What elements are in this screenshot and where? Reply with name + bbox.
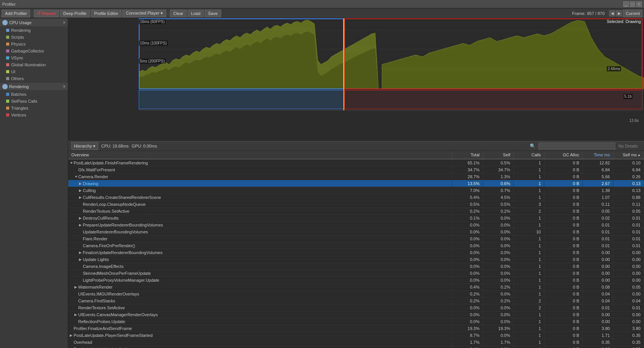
current-btn[interactable]: Current — [623, 10, 642, 17]
hierarchy-dropdown[interactable]: Hierarchy ▾ — [71, 142, 98, 150]
sidebar-item-gc[interactable]: GarbageCollector — [0, 48, 68, 54]
table-row[interactable]: Gfx.WaitForPresent 34.7% 34.7% 1 0 B 6.8… — [68, 166, 644, 173]
table-row[interactable]: SkinnedMeshOncePerFrameUpdate 0.0% 0.0% … — [68, 270, 644, 277]
cell-self: 0.0% — [483, 222, 514, 228]
table-row[interactable]: ▶ PrepareUpdateRendererBoundingVolumes 0… — [68, 222, 644, 228]
others-color — [6, 77, 9, 80]
sidebar-item-vertices[interactable]: Vertices — [0, 112, 68, 118]
add-profiler-btn[interactable]: Add Profiler — [2, 10, 30, 17]
col-gcalloc[interactable]: GC Alloc — [544, 151, 583, 159]
table-row[interactable]: Camera.FireOnPreRender() 0.0% 0.0% 1 0 B… — [68, 242, 644, 249]
sidebar-item-triangles[interactable]: Triangles — [0, 105, 68, 112]
cell-name: Gfx.WaitForPresent — [68, 166, 452, 173]
expand-arrow[interactable]: ▶ — [74, 285, 78, 289]
rendering-close-btn[interactable]: × — [63, 84, 66, 89]
cell-self: 1.3% — [483, 173, 514, 180]
chart-container[interactable]: Selected: Drawing 16ms (60FPS) 10ms (100… — [68, 18, 644, 141]
sidebar-item-scripts[interactable]: Scripts — [0, 34, 68, 41]
cell-timems: 0.02 — [583, 215, 613, 221]
table-row[interactable]: ▶ PostLateUpdate.PlayerSendFrameStarted … — [68, 332, 644, 339]
row-label: UpdateRendererBoundingVolumes — [83, 230, 148, 234]
expand-arrow[interactable]: ▼ — [70, 161, 74, 165]
table-row[interactable]: ReflectionProbes.Update 0.0% 0.0% 1 0 B … — [68, 318, 644, 325]
row-label: Camera.FireOnPreRender() — [83, 243, 135, 248]
table-row[interactable]: UpdateRendererBoundingVolumes 0.0% 0.0% … — [68, 228, 644, 235]
sidebar-item-setpass[interactable]: SetPass Calls — [0, 98, 68, 105]
table-row[interactable]: Camera.FindStacks 0.2% 0.2% 2 0 B 0.04 0… — [68, 297, 644, 304]
sidebar-item-rendering[interactable]: Rendering — [0, 27, 68, 34]
table-row[interactable]: ▶ FinalizeUpdateRendererBoundingVolumes … — [68, 249, 644, 256]
table-row[interactable]: ▶ WatermarkRender 0.4% 0.2% 1 0 B 0.08 0… — [68, 284, 644, 291]
table-row[interactable]: ▶ UIEvents.CanvasManagerRenderOverlays 0… — [68, 311, 644, 318]
expand-arrow[interactable]: ▶ — [79, 251, 83, 254]
rendering-section-header[interactable]: Rendering × — [0, 82, 68, 91]
close-btn[interactable]: × — [636, 2, 642, 7]
sidebar-item-batches[interactable]: Batches — [0, 91, 68, 98]
expand-arrow[interactable]: ▶ — [79, 216, 83, 220]
table-row[interactable]: Profiler.FinalizeAndSendFrame 19.3% 19.3… — [68, 325, 644, 332]
sidebar-item-gi[interactable]: Global Illumination — [0, 61, 68, 68]
table-row[interactable]: LightProbeProxyVolumeManager.Update 0.0%… — [68, 277, 644, 284]
sidebar-item-physics[interactable]: Physics — [0, 41, 68, 48]
col-calls[interactable]: Calls — [514, 151, 544, 159]
table-row[interactable]: ▼ PostLateUpdate.FinishFrameRendering 65… — [68, 159, 644, 166]
no-details-label: No Details — [618, 144, 638, 148]
col-overview[interactable]: Overview — [68, 151, 452, 159]
cell-self: 0.7% — [483, 187, 514, 194]
table-row[interactable]: ▶ PostLateUpdate.UpdateAudio 0.4% 0.0% 1… — [68, 346, 644, 348]
expand-arrow[interactable]: ▶ — [74, 313, 78, 317]
cell-self: 0.2% — [483, 208, 514, 214]
cell-self: 0.0% — [483, 311, 514, 318]
table-row[interactable]: Flare.Render 0.0% 0.0% 1 0 B 0.01 0.01 — [68, 235, 644, 242]
timeline-bar[interactable] — [139, 110, 642, 118]
search-input[interactable] — [539, 143, 615, 149]
col-selfms[interactable]: Self ms ▲ — [613, 151, 644, 159]
expand-arrow[interactable]: ▶ — [79, 195, 83, 199]
deep-profile-btn[interactable]: Deep Profile — [60, 10, 90, 17]
table-row[interactable]: Overhead 1.7% 1.7% 1 0 B 0.35 0.35 — [68, 339, 644, 346]
table-row[interactable]: UIEvents.IMGUIRenderOverlays 0.2% 0.0% 1… — [68, 291, 644, 297]
table-row[interactable]: RenderTexture.SetActive 0.0% 0.0% 2 0 B … — [68, 304, 644, 311]
clear-btn[interactable]: Clear — [170, 10, 187, 17]
table-row[interactable]: RenderTexture.SetActive 0.2% 0.2% 2 0 B … — [68, 208, 644, 215]
col-timems[interactable]: Time ms — [583, 151, 613, 159]
row-label: CullResults.CreateSharedRendererScene — [83, 195, 161, 200]
table-row[interactable]: ▶ CullResults.CreateSharedRendererScene … — [68, 194, 644, 201]
table-row[interactable]: ▶ DestroyCullResults 0.1% 0.0% 1 0 B 0.0… — [68, 215, 644, 222]
cell-calls: 1 — [514, 332, 544, 338]
cell-timems: 1.71 — [583, 332, 613, 338]
load-btn[interactable]: Load — [187, 10, 204, 17]
expand-arrow[interactable]: ▶ — [79, 182, 83, 185]
profile-editor-btn[interactable]: Profile Editor — [91, 10, 122, 17]
cell-selfms: 0.05 — [613, 208, 644, 214]
table-row[interactable]: ▶ Culling 7.0% 0.7% 1 0 B 1.39 0.13 — [68, 187, 644, 194]
table-row[interactable]: Camera.ImageEffects 0.0% 0.0% 1 0 B 0.00… — [68, 263, 644, 270]
connected-player-btn[interactable]: Connected Player ▾ — [122, 10, 166, 17]
expand-arrow[interactable]: ▶ — [79, 189, 83, 192]
sidebar-item-vsync[interactable]: VSync — [0, 54, 68, 61]
expand-arrow[interactable]: ▶ — [70, 333, 74, 337]
col-self[interactable]: Self — [483, 151, 514, 159]
expand-arrow[interactable]: ▶ — [79, 258, 83, 261]
table-row[interactable]: ▶ Update Lights 0.0% 0.0% 1 0 B 0.00 0.0… — [68, 256, 644, 263]
cell-total: 0.5% — [452, 201, 483, 207]
frame-prev-btn[interactable]: ◀ — [609, 10, 615, 16]
row-label: LightProbeProxyVolumeManager.Update — [83, 278, 159, 282]
save-btn[interactable]: Save — [205, 10, 221, 17]
cell-calls: 3 — [514, 201, 544, 207]
minimize-btn[interactable]: _ — [623, 2, 629, 7]
table-row[interactable]: RenderLoop.CleanupNodeQueue 0.5% 0.5% 3 … — [68, 201, 644, 208]
sidebar-item-ui[interactable]: UI — [0, 68, 68, 75]
record-btn[interactable]: ↺ Record — [34, 10, 59, 17]
cpu-close-btn[interactable]: × — [63, 20, 66, 25]
table-row[interactable]: ▶ Drawing 13.5% 0.6% 1 0 B 2.67 0.13 — [68, 180, 644, 187]
table-container[interactable]: Overview Total Self Calls GC Alloc Time … — [68, 151, 644, 348]
maximize-btn[interactable]: □ — [630, 2, 635, 7]
expand-arrow[interactable]: ▼ — [74, 175, 78, 179]
table-row[interactable]: ▼ Camera.Render 28.7% 1.3% 1 0 B 5.66 0.… — [68, 173, 644, 180]
sidebar-item-others[interactable]: Others — [0, 75, 68, 82]
col-total[interactable]: Total — [452, 151, 483, 159]
cpu-header[interactable]: CPU Usage × — [0, 18, 68, 27]
frame-next-btn[interactable]: ▶ — [616, 10, 622, 16]
expand-arrow[interactable]: ▶ — [79, 223, 83, 227]
